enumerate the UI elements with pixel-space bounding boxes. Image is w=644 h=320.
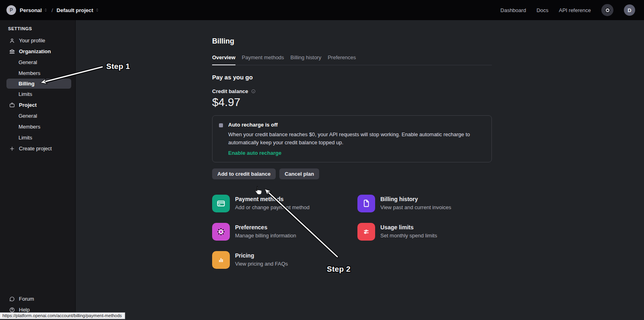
auto-recharge-description: When your credit balance reaches $0, you… (228, 131, 485, 147)
tab-preferences[interactable]: Preferences (328, 54, 356, 65)
sidebar-item-label: Forum (19, 296, 34, 302)
sidebar-item-label: Project (19, 102, 37, 108)
sidebar-footer: Forum Help (0, 293, 75, 315)
sidebar-item-label: Create project (19, 145, 52, 152)
sidebar-title: SETTINGS (0, 26, 75, 35)
card-subtitle: Add or change payment method (235, 204, 310, 210)
sidebar-item-organization[interactable]: Organization (0, 46, 75, 57)
org-name: Personal (20, 7, 42, 13)
credit-card-icon (212, 195, 230, 212)
forum-icon (9, 296, 15, 302)
user-avatar-button[interactable]: D (624, 4, 635, 16)
breadcrumb-separator: / (52, 7, 53, 13)
gear-icon (212, 223, 230, 241)
settings-sidebar: SETTINGS Your profile Organization Gener… (0, 20, 76, 320)
credit-balance-label: Credit balance (212, 88, 248, 94)
project-name: Default project (57, 7, 93, 13)
sidebar-item-org-members[interactable]: Members (0, 68, 75, 79)
browser-status-bar: https://platform.openai.com/account/bill… (0, 312, 125, 319)
card-subtitle: Set monthly spend limits (380, 233, 437, 239)
sidebar-item-label: General (19, 113, 37, 119)
sidebar-item-project[interactable]: Project (0, 100, 75, 110)
tab-billing-history[interactable]: Billing history (291, 54, 322, 65)
card-preferences[interactable]: Preferences Manage billing information (212, 223, 357, 241)
card-title: Billing history (380, 196, 451, 202)
sidebar-item-label: Limits (19, 91, 32, 97)
plus-icon (9, 145, 15, 152)
nav-link-docs[interactable]: Docs (537, 7, 549, 13)
tab-overview[interactable]: Overview (212, 54, 235, 65)
sidebar-item-project-members[interactable]: Members (0, 121, 75, 132)
sidebar-item-forum[interactable]: Forum (0, 293, 75, 304)
org-avatar[interactable]: P (6, 5, 16, 15)
card-subtitle: Manage billing information (235, 233, 296, 239)
sidebar-item-label: General (19, 59, 37, 65)
card-usage-limits[interactable]: Usage limits Set monthly spend limits (357, 223, 492, 241)
project-switcher[interactable]: Default project (57, 7, 99, 13)
card-title: Payment methods (235, 196, 310, 202)
sidebar-item-project-limits[interactable]: Limits (0, 132, 75, 143)
briefcase-icon (9, 102, 15, 108)
enable-auto-recharge-link[interactable]: Enable auto recharge (228, 150, 485, 156)
cancel-plan-button[interactable]: Cancel plan (279, 168, 319, 179)
sidebar-item-label: Members (19, 70, 40, 76)
top-header: P Personal / Default project Dashboard D… (0, 0, 644, 20)
step1-label: Step 1 (106, 62, 130, 71)
sidebar-item-create-project[interactable]: Create project (0, 143, 75, 154)
card-title: Preferences (235, 224, 296, 231)
add-to-credit-balance-button[interactable]: Add to credit balance (212, 168, 276, 179)
org-switcher[interactable]: Personal (20, 7, 48, 13)
sidebar-item-label: Your profile (19, 37, 45, 44)
openai-platform-billing-page: P Personal / Default project Dashboard D… (0, 0, 644, 320)
organization-icon (9, 48, 15, 55)
card-subtitle: View past and current invoices (380, 204, 451, 210)
billing-tabs: Overview Payment methods Billing history… (212, 54, 492, 65)
sidebar-item-your-profile[interactable]: Your profile (0, 35, 75, 46)
credit-balance-value: $4.97 (212, 96, 492, 109)
card-payment-methods[interactable]: Payment methods Add or change payment me… (212, 195, 357, 212)
auto-recharge-status-icon (219, 123, 223, 127)
main-content: Billing Overview Payment methods Billing… (76, 20, 644, 320)
card-title: Pricing (235, 252, 288, 259)
document-icon (357, 195, 375, 212)
person-icon (9, 37, 15, 44)
nav-link-api-reference[interactable]: API reference (559, 7, 591, 13)
settings-gear-button[interactable] (601, 4, 613, 16)
tab-payment-methods[interactable]: Payment methods (242, 54, 284, 65)
top-nav: Dashboard Docs API reference D (500, 4, 635, 16)
hand-cursor-pointer (254, 186, 262, 195)
gear-icon (604, 7, 611, 14)
breadcrumb: P Personal / Default project (6, 5, 99, 15)
nav-link-dashboard[interactable]: Dashboard (500, 7, 526, 13)
sidebar-item-label: Limits (19, 135, 32, 141)
card-title: Usage limits (380, 224, 437, 231)
billing-shortcut-cards: Payment methods Add or change payment me… (212, 195, 492, 269)
sidebar-item-org-general[interactable]: General (0, 57, 75, 68)
sidebar-item-billing[interactable]: Billing (6, 79, 71, 89)
sidebar-item-project-general[interactable]: General (0, 110, 75, 121)
step2-label: Step 2 (327, 265, 351, 274)
info-icon[interactable] (251, 89, 256, 94)
sidebar-item-label: Help (19, 307, 30, 313)
sidebar-item-org-limits[interactable]: Limits (0, 89, 75, 100)
bar-chart-icon (212, 251, 230, 269)
sidebar-item-label: Billing (19, 81, 35, 87)
sliders-icon (357, 223, 375, 241)
sidebar-item-label: Organization (19, 48, 51, 54)
auto-recharge-panel: Auto recharge is off When your credit ba… (212, 115, 492, 162)
sidebar-item-label: Members (19, 124, 40, 130)
card-subtitle: View pricing and FAQs (235, 261, 288, 267)
auto-recharge-title: Auto recharge is off (228, 122, 485, 128)
chevron-updown-icon (95, 7, 99, 13)
plan-section-title: Pay as you go (212, 74, 492, 81)
page-title: Billing (212, 37, 492, 46)
chevron-updown-icon (43, 7, 48, 13)
card-billing-history[interactable]: Billing history View past and current in… (357, 195, 492, 212)
